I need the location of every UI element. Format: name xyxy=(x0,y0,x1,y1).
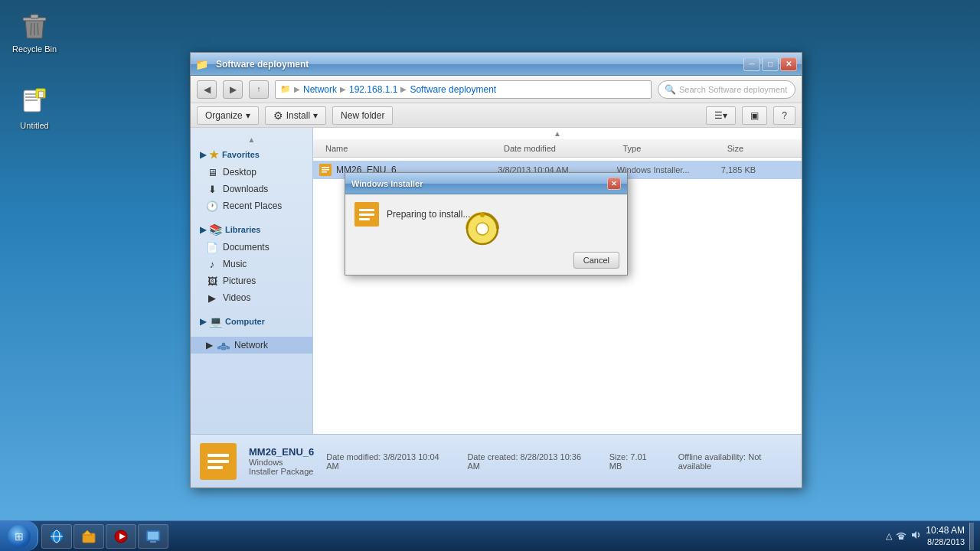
window-title: Software deployment xyxy=(213,59,743,70)
tray-clock[interactable]: 10:48 AM 8/28/2013 xyxy=(926,525,965,548)
music-icon: ♪ xyxy=(206,258,218,270)
back-button[interactable]: ◀ xyxy=(197,80,217,99)
svg-rect-23 xyxy=(207,454,229,457)
svg-rect-27 xyxy=(359,209,374,211)
organize-button[interactable]: Organize ▾ xyxy=(197,106,259,125)
taskbar-apps xyxy=(38,521,172,551)
taskbar-app-media[interactable] xyxy=(106,524,136,549)
status-bar: MM26_ENU_6 Windows Installer Package Dat… xyxy=(191,434,802,487)
preview-pane-button[interactable]: ▣ xyxy=(742,106,767,125)
maximize-button[interactable]: □ xyxy=(762,57,779,71)
minimize-button[interactable]: ─ xyxy=(743,57,760,71)
sidebar-item-pictures[interactable]: 🖼 Pictures xyxy=(191,272,312,289)
status-filename: MM26_ENU_6 xyxy=(249,446,314,458)
status-type: Windows Installer Package xyxy=(249,458,314,476)
col-header-date[interactable]: Date modified xyxy=(498,144,617,153)
dialog-app-icon xyxy=(354,202,379,227)
desktop-icon-recycle-bin[interactable]: Recycle Bin xyxy=(8,8,61,57)
taskbar: △ 10:48 AM 8/28/2013 xyxy=(0,520,980,551)
col-header-name[interactable]: Name xyxy=(319,144,498,153)
dialog-preparing-text: Preparing to install... xyxy=(387,209,470,220)
show-desktop-button[interactable] xyxy=(969,523,974,550)
sidebar-favorites-header[interactable]: ▶ ★ Favorites xyxy=(191,145,312,164)
sidebar-network: ▶ Network xyxy=(191,337,312,354)
sidebar-libraries-header[interactable]: ▶ 📚 Libraries xyxy=(191,220,312,239)
dialog-buttons: Cancel xyxy=(573,252,619,269)
recent-icon: 🕐 xyxy=(206,200,218,212)
taskbar-app-settings[interactable] xyxy=(138,524,168,549)
windows-orb xyxy=(8,525,31,548)
svg-marker-45 xyxy=(912,531,916,539)
close-button[interactable]: ✕ xyxy=(780,57,797,71)
desktop: Recycle Bin 📋 Untitled 📁 Software deploy… xyxy=(0,0,980,551)
col-scroll-up[interactable]: ▲ xyxy=(313,128,802,139)
network-expand-icon: ▶ xyxy=(206,340,213,350)
search-box[interactable]: 🔍 Search Software deployment xyxy=(658,80,795,99)
spinner-container xyxy=(463,210,501,248)
computer-expand-icon: ▶ xyxy=(200,317,206,327)
col-header-type[interactable]: Type xyxy=(617,144,721,153)
forward-button[interactable]: ▶ xyxy=(223,80,243,99)
recycle-bin-icon xyxy=(19,11,50,41)
col-header-size[interactable]: Size xyxy=(721,144,795,153)
scroll-up-arrow[interactable]: ▲ xyxy=(191,134,312,145)
breadcrumb-folder[interactable]: Software deployment xyxy=(410,84,496,95)
svg-point-17 xyxy=(222,343,225,346)
installer-dialog: Windows Installer ✕ Preparing to install… xyxy=(345,172,628,276)
svg-rect-25 xyxy=(207,466,223,469)
tray-network-icon[interactable] xyxy=(895,530,907,543)
status-offline: Offline availability: Not available xyxy=(678,452,792,471)
start-button[interactable] xyxy=(0,521,38,551)
tray-show-hidden-icon[interactable]: △ xyxy=(886,531,892,541)
view-button[interactable]: ☰▾ xyxy=(706,106,736,125)
svg-rect-44 xyxy=(899,536,903,540)
svg-line-5 xyxy=(38,23,38,35)
sidebar-item-desktop[interactable]: 🖥 Desktop xyxy=(191,164,312,181)
dialog-body: Preparing to install... Cancel xyxy=(345,194,627,275)
videos-icon: ▶ xyxy=(206,292,218,304)
sidebar-item-network[interactable]: ▶ Network xyxy=(191,337,312,354)
breadcrumb-network[interactable]: Network xyxy=(303,84,337,95)
taskbar-app-ie[interactable] xyxy=(41,524,72,549)
file-type-cell: Windows Installer... xyxy=(617,165,721,174)
breadcrumb-ip[interactable]: 192.168.1.1 xyxy=(349,84,397,95)
svg-rect-2 xyxy=(31,15,38,18)
untitled-icon: 📋 xyxy=(19,87,50,118)
taskbar-app-explorer[interactable] xyxy=(74,524,104,549)
cancel-button[interactable]: Cancel xyxy=(573,252,619,269)
sidebar-item-documents[interactable]: 📄 Documents xyxy=(191,239,312,256)
svg-line-3 xyxy=(31,23,31,35)
sidebar-item-downloads[interactable]: ⬇ Downloads xyxy=(191,181,312,197)
network-icon xyxy=(217,339,230,351)
sidebar-item-videos[interactable]: ▶ Videos xyxy=(191,289,312,306)
installer-spinner xyxy=(463,210,501,248)
svg-rect-13 xyxy=(217,347,220,349)
help-button[interactable]: ? xyxy=(773,106,795,125)
dialog-close-button[interactable]: ✕ xyxy=(607,178,621,190)
status-info: MM26_ENU_6 Windows Installer Package xyxy=(249,446,314,476)
file-type-icon xyxy=(319,164,332,176)
address-bar[interactable]: 📁 ▶ Network ▶ 192.168.1.1 ▶ Software dep… xyxy=(275,80,652,99)
sidebar-item-recent[interactable]: 🕐 Recent Places xyxy=(191,197,312,214)
favorites-expand-icon: ▶ xyxy=(200,150,206,160)
sidebar-computer: ▶ 💻 Computer xyxy=(191,312,312,331)
svg-rect-21 xyxy=(322,171,327,173)
pictures-icon: 🖼 xyxy=(206,275,218,287)
sidebar: ▲ ▶ ★ Favorites 🖥 Desktop ⬇ Downloads xyxy=(191,128,313,434)
svg-rect-14 xyxy=(227,347,230,349)
new-folder-button[interactable]: New folder xyxy=(332,106,393,125)
address-toolbar: ◀ ▶ ↑ 📁 ▶ Network ▶ 192.168.1.1 ▶ Softwa… xyxy=(191,76,802,103)
desktop-icon-untitled[interactable]: 📋 Untitled xyxy=(8,84,61,134)
status-size: Size: 7.01 MB xyxy=(609,452,660,471)
up-button[interactable]: ↑ xyxy=(249,80,269,99)
tray-volume-icon[interactable] xyxy=(910,530,921,543)
sidebar-item-music[interactable]: ♪ Music xyxy=(191,256,312,272)
sidebar-computer-header[interactable]: ▶ 💻 Computer xyxy=(191,312,312,331)
svg-marker-38 xyxy=(83,530,92,535)
window-titlebar: 📁 Software deployment ─ □ ✕ xyxy=(191,53,802,76)
svg-text:📋: 📋 xyxy=(37,90,46,99)
svg-rect-20 xyxy=(322,169,329,171)
install-button[interactable]: ⚙ Install ▾ xyxy=(265,106,326,125)
desktop-icon-small: 🖥 xyxy=(206,166,218,178)
file-size-cell: 7,185 KB xyxy=(721,165,795,174)
